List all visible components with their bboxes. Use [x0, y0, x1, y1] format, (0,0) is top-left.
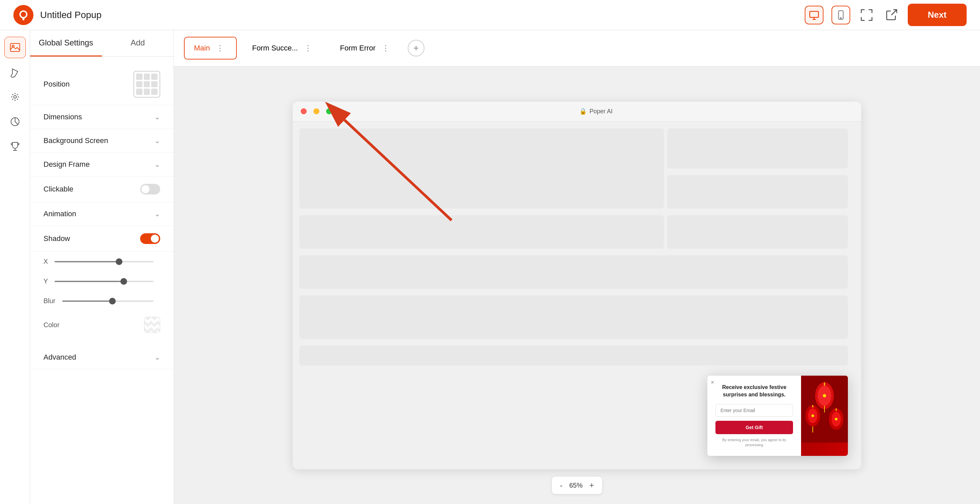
icon-sidebar [0, 30, 30, 504]
canvas-tab-main-menu[interactable]: ⋮ [213, 42, 227, 54]
logo [13, 5, 33, 25]
shadow-x-slider[interactable] [54, 261, 154, 262]
browser-dot-green [326, 108, 332, 114]
shadow-x-row: X [43, 252, 160, 271]
content-block-5 [299, 215, 664, 249]
canvas-area: Main ⋮ Form Succe... ⋮ Form Error ⋮ + [174, 30, 980, 504]
canvas-viewport: 🔒 Poper AI [174, 67, 980, 504]
canvas-tab-form-error[interactable]: Form Error ⋮ [330, 37, 402, 60]
browser-lock-icon: 🔒 [579, 108, 587, 115]
svg-rect-2 [810, 11, 818, 17]
popup-image [801, 376, 848, 456]
design-frame-setting[interactable]: Design Frame ⌄ [30, 153, 173, 176]
popup-container: × Receive exclusive festive surprises an… [707, 376, 848, 456]
popup-main: × Receive exclusive festive surprises an… [707, 376, 801, 456]
clickable-toggle[interactable] [140, 184, 160, 195]
settings-content: Position Dimensions ⌄ [30, 57, 173, 504]
browser-titlebar: 🔒 Poper AI [293, 101, 861, 122]
position-cell-2[interactable] [144, 73, 150, 80]
animation-chevron: ⌄ [154, 210, 160, 218]
desktop-icon [809, 10, 819, 20]
svg-line-7 [891, 10, 897, 15]
position-cell-9[interactable] [151, 89, 158, 95]
shadow-blur-slider[interactable] [62, 300, 154, 302]
popup-get-gift-btn[interactable]: Get Gift [716, 421, 793, 434]
position-grid[interactable] [134, 71, 160, 98]
content-block-1 [299, 128, 664, 209]
image-icon [10, 42, 21, 53]
browser-url: 🔒 Poper AI [339, 108, 853, 115]
zoom-controls: - 65% + [552, 477, 602, 494]
expand-btn[interactable] [858, 7, 875, 24]
content-block-4 [667, 215, 848, 249]
position-cell-6[interactable] [151, 81, 158, 87]
tab-global-settings[interactable]: Global Settings [30, 30, 102, 57]
shadow-y-label: Y [43, 277, 48, 285]
sidebar-btn-analytics[interactable] [4, 111, 26, 132]
shadow-blur-label: Blur [43, 297, 56, 305]
canvas-tab-main[interactable]: Main ⋮ [184, 37, 237, 60]
svg-point-11 [14, 95, 16, 98]
canvas-tab-form-success-label: Form Succe... [252, 44, 298, 52]
sidebar-btn-settings[interactable] [4, 86, 26, 108]
main-layout: Global Settings Add Position [0, 30, 980, 504]
advanced-label: Advanced [43, 353, 76, 361]
content-block-7 [299, 295, 848, 339]
desktop-view-btn[interactable] [805, 6, 824, 24]
canvas-tab-main-label: Main [194, 44, 210, 52]
next-button[interactable]: Next [908, 4, 967, 26]
mobile-view-btn[interactable] [832, 6, 850, 24]
browser-dot-red [301, 108, 307, 114]
expand-icon [860, 8, 873, 22]
clickable-label: Clickable [43, 185, 73, 193]
header: Untitled Popup [0, 0, 980, 30]
svg-point-30 [811, 414, 814, 417]
position-setting[interactable]: Position [30, 63, 173, 105]
animation-setting[interactable]: Animation ⌄ [30, 202, 173, 226]
position-cell-5[interactable] [144, 81, 150, 87]
popup-title: Receive exclusive festive surprises and … [716, 384, 793, 399]
logo-icon [18, 9, 29, 21]
svg-point-6 [840, 17, 841, 18]
shadow-x-label: X [43, 258, 48, 265]
external-link-icon [885, 8, 898, 22]
design-frame-label: Design Frame [43, 160, 90, 169]
shadow-toggle[interactable] [140, 233, 160, 244]
dimensions-setting[interactable]: Dimensions ⌄ [30, 105, 173, 129]
position-cell-8[interactable] [144, 89, 150, 95]
sidebar-btn-trophy[interactable] [4, 136, 26, 157]
zoom-minus-btn[interactable]: - [560, 480, 563, 490]
position-cell-3[interactable] [151, 73, 158, 80]
svg-rect-8 [10, 43, 20, 51]
trophy-icon [10, 141, 21, 152]
sidebar-btn-image[interactable] [4, 37, 26, 58]
zoom-plus-btn[interactable]: + [589, 480, 594, 490]
panel-tabs: Global Settings Add [30, 30, 173, 57]
tab-add[interactable]: Add [102, 30, 174, 57]
advanced-chevron: ⌄ [154, 353, 160, 361]
clickable-setting: Clickable [30, 176, 173, 202]
background-screen-setting[interactable]: Background Screen ⌄ [30, 129, 173, 153]
paint-icon [10, 67, 21, 78]
design-frame-chevron: ⌄ [154, 160, 160, 168]
sidebar-btn-paint[interactable] [4, 62, 26, 83]
canvas-tab-form-error-menu[interactable]: ⋮ [379, 42, 392, 54]
canvas-tab-form-success-menu[interactable]: ⋮ [301, 42, 315, 54]
position-cell-1[interactable] [136, 73, 143, 80]
app-title: Untitled Popup [40, 10, 102, 21]
popup-close-btn[interactable]: × [711, 379, 714, 386]
settings-panel: Global Settings Add Position [30, 30, 174, 504]
svg-point-29 [823, 394, 826, 398]
advanced-setting[interactable]: Advanced ⌄ [30, 346, 173, 369]
shadow-y-slider[interactable] [54, 281, 154, 282]
content-block-6 [299, 255, 848, 289]
svg-rect-1 [22, 18, 24, 21]
canvas-tab-form-success[interactable]: Form Succe... ⋮ [242, 37, 325, 60]
shadow-color-swatch[interactable] [144, 317, 160, 333]
position-cell-7[interactable] [136, 89, 143, 95]
shadow-blur-row: Blur [43, 291, 160, 311]
popup-email-input[interactable] [716, 404, 793, 417]
add-tab-button[interactable]: + [408, 40, 425, 57]
external-link-btn[interactable] [883, 7, 900, 24]
position-cell-4[interactable] [136, 81, 143, 87]
